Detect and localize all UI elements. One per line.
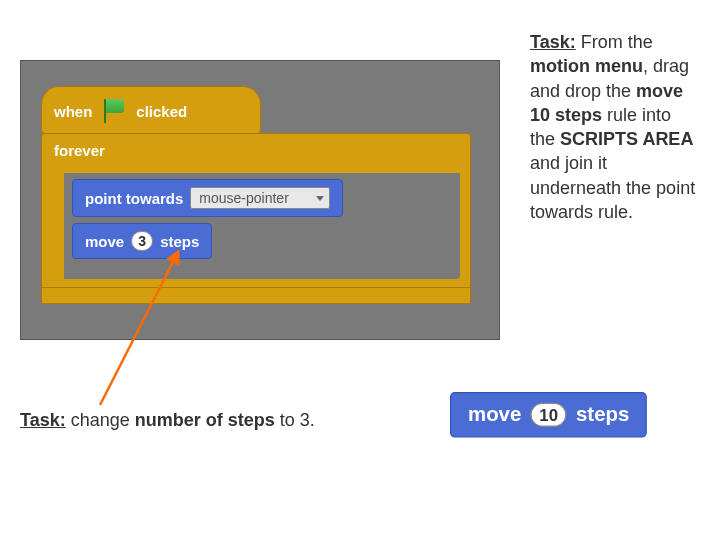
- task-bottom-text: Task: change number of steps to 3.: [20, 410, 315, 431]
- example-move-post: steps: [576, 403, 629, 427]
- move-steps-block[interactable]: move 3 steps: [72, 223, 212, 259]
- example-move-input[interactable]: 10: [531, 403, 566, 427]
- move-label-pre: move: [85, 233, 124, 250]
- when-flag-clicked-block[interactable]: when clicked: [41, 86, 261, 134]
- point-towards-dropdown[interactable]: mouse-pointer: [190, 187, 330, 209]
- forever-body: point towards mouse-pointer move 3 steps: [64, 173, 460, 279]
- task-right-prefix: Task:: [530, 32, 576, 52]
- task-bottom-prefix: Task:: [20, 410, 66, 430]
- green-flag-icon: [100, 97, 128, 125]
- task-right-text: Task: From the motion menu, drag and dro…: [530, 30, 700, 224]
- example-move-pre: move: [468, 403, 521, 427]
- move-steps-input[interactable]: 3: [131, 231, 153, 251]
- move-label-post: steps: [160, 233, 199, 250]
- example-move-block[interactable]: move 10 steps: [450, 392, 647, 438]
- block-stack: when clicked forever point towards mouse…: [41, 86, 479, 304]
- c-block-bottom: [42, 287, 470, 303]
- hat-word-when: when: [54, 103, 92, 120]
- scripts-area: when clicked forever point towards mouse…: [20, 60, 500, 340]
- point-towards-label: point towards: [85, 190, 183, 207]
- hat-word-clicked: clicked: [136, 103, 187, 120]
- forever-block[interactable]: forever point towards mouse-pointer move…: [41, 133, 471, 304]
- forever-label: forever: [42, 134, 470, 165]
- point-towards-block[interactable]: point towards mouse-pointer: [72, 179, 343, 217]
